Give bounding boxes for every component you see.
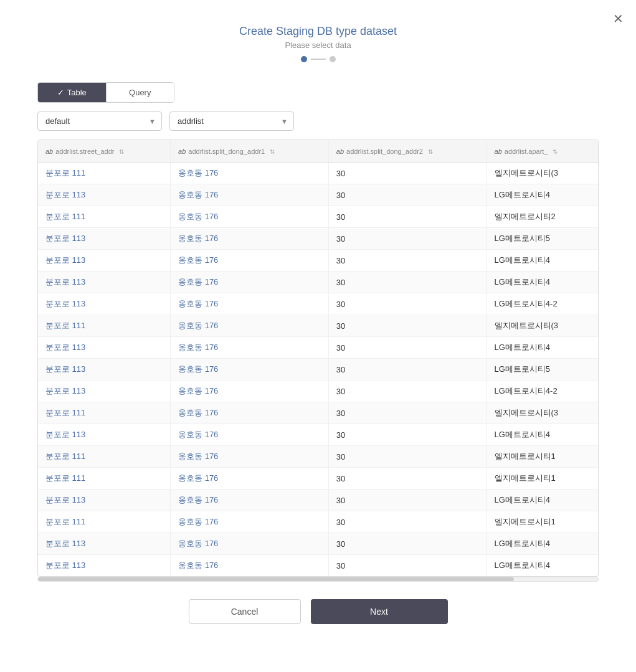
cell-r8-c3: LG메트로시티4 xyxy=(486,337,598,359)
cell-r18-c2: 30 xyxy=(328,555,486,577)
table-row: 분포로 111옹호동 17630엘지메트로시티(3 xyxy=(38,315,598,337)
sort-icon-2[interactable]: ⇅ xyxy=(270,148,275,155)
table-row: 분포로 111옹호동 17630엘지메트로시티1 xyxy=(38,446,598,468)
cell-r4-c1: 옹호동 176 xyxy=(171,250,329,272)
cell-r2-c0: 분포로 111 xyxy=(38,206,171,228)
col-header-3: ab addrlist.split_dong_addr2 ⇅ xyxy=(328,140,486,163)
table-header: ab addrlist.street_addr ⇅ ab addrlist.sp… xyxy=(38,140,598,163)
tab-table-label: Table xyxy=(67,88,87,97)
cell-r9-c3: LG메트로시티5 xyxy=(486,359,598,381)
cell-r7-c0: 분포로 111 xyxy=(38,315,171,337)
cell-r11-c2: 30 xyxy=(328,402,486,424)
sort-icon-3[interactable]: ⇅ xyxy=(428,148,433,155)
footer-buttons: Cancel Next xyxy=(0,582,636,641)
cell-r5-c1: 옹호동 176 xyxy=(171,272,329,293)
table-header-row: ab addrlist.street_addr ⇅ ab addrlist.sp… xyxy=(38,140,598,163)
cell-r4-c0: 분포로 113 xyxy=(38,250,171,272)
table-row: 분포로 113옹호동 17630LG메트로시티4 xyxy=(38,424,598,446)
cell-r17-c0: 분포로 113 xyxy=(38,533,171,555)
cell-r2-c2: 30 xyxy=(328,206,486,228)
cell-r16-c3: 엘지메트로시티1 xyxy=(486,511,598,533)
tab-query[interactable]: Query xyxy=(107,83,174,102)
cell-r17-c2: 30 xyxy=(328,533,486,555)
cell-r12-c0: 분포로 113 xyxy=(38,424,171,446)
tabs-section: ✓ Table Query xyxy=(0,72,636,103)
cell-r6-c1: 옹호동 176 xyxy=(171,293,329,315)
cell-r17-c3: LG메트로시티4 xyxy=(486,533,598,555)
cell-r3-c3: LG메트로시티5 xyxy=(486,228,598,250)
cell-r8-c1: 옹호동 176 xyxy=(171,337,329,359)
table-row: 분포로 113옹호동 17630LG메트로시티5 xyxy=(38,359,598,381)
sort-icon-1[interactable]: ⇅ xyxy=(119,148,124,155)
cell-r15-c3: LG메트로시티4 xyxy=(486,490,598,511)
cell-r12-c3: LG메트로시티4 xyxy=(486,424,598,446)
cell-r0-c1: 옹호동 176 xyxy=(171,163,329,184)
stepper xyxy=(0,56,636,62)
cell-r18-c3: LG메트로시티4 xyxy=(486,555,598,577)
table-row: 분포로 113옹호동 17630LG메트로시티4-2 xyxy=(38,381,598,402)
tab-query-label: Query xyxy=(129,88,151,97)
step-line xyxy=(311,59,326,60)
cell-r6-c3: LG메트로시티4-2 xyxy=(486,293,598,315)
table-row: 분포로 111옹호동 17630엘지메트로시티2 xyxy=(38,206,598,228)
cell-r14-c2: 30 xyxy=(328,468,486,490)
cell-r15-c0: 분포로 113 xyxy=(38,490,171,511)
cell-r1-c0: 분포로 113 xyxy=(38,184,171,206)
table-row: 분포로 113옹호동 17630LG메트로시티4 xyxy=(38,337,598,359)
cell-r10-c2: 30 xyxy=(328,381,486,402)
table-row: 분포로 111옹호동 17630엘지메트로시티1 xyxy=(38,468,598,490)
cell-r8-c0: 분포로 113 xyxy=(38,337,171,359)
cell-r11-c1: 옹호동 176 xyxy=(171,402,329,424)
cell-r2-c1: 옹호동 176 xyxy=(171,206,329,228)
cell-r7-c3: 엘지메트로시티(3 xyxy=(486,315,598,337)
cell-r9-c1: 옹호동 176 xyxy=(171,359,329,381)
col-header-1: ab addrlist.street_addr ⇅ xyxy=(38,140,171,163)
cell-r12-c2: 30 xyxy=(328,424,486,446)
close-button[interactable]: ✕ xyxy=(613,12,624,25)
dialog-header: Create Staging DB type dataset Please se… xyxy=(0,0,636,72)
selectors-row: default ▼ addrlist ▼ xyxy=(0,103,636,140)
table-row: 분포로 113옹호동 17630LG메트로시티4 xyxy=(38,272,598,293)
sort-icon-4[interactable]: ⇅ xyxy=(553,148,558,155)
table-row: 분포로 113옹호동 17630LG메트로시티4 xyxy=(38,490,598,511)
cell-r9-c0: 분포로 113 xyxy=(38,359,171,381)
horizontal-scrollbar[interactable] xyxy=(37,577,599,582)
table-row: 분포로 113옹호동 17630LG메트로시티4-2 xyxy=(38,293,598,315)
table-row: 분포로 113옹호동 17630LG메트로시티4 xyxy=(38,555,598,577)
cell-r17-c1: 옹호동 176 xyxy=(171,533,329,555)
cell-r7-c1: 옹호동 176 xyxy=(171,315,329,337)
col-header-4: ab addrlist.apart_ ⇅ xyxy=(486,140,598,163)
cell-r18-c1: 옹호동 176 xyxy=(171,555,329,577)
table-body: 분포로 111옹호동 17630엘지메트로시티(3분포로 113옹호동 1763… xyxy=(38,163,598,577)
tab-group: ✓ Table Query xyxy=(37,82,174,103)
scrollbar-thumb[interactable] xyxy=(38,577,514,581)
cell-r4-c2: 30 xyxy=(328,250,486,272)
next-button[interactable]: Next xyxy=(311,599,448,624)
cell-r1-c2: 30 xyxy=(328,184,486,206)
cell-r0-c3: 엘지메트로시티(3 xyxy=(486,163,598,184)
cell-r7-c2: 30 xyxy=(328,315,486,337)
data-table: ab addrlist.street_addr ⇅ ab addrlist.sp… xyxy=(38,140,598,576)
cell-r15-c1: 옹호동 176 xyxy=(171,490,329,511)
cell-r16-c1: 옹호동 176 xyxy=(171,511,329,533)
cell-r18-c0: 분포로 113 xyxy=(38,555,171,577)
cell-r3-c1: 옹호동 176 xyxy=(171,228,329,250)
cell-r14-c0: 분포로 111 xyxy=(38,468,171,490)
table-row: 분포로 113옹호동 17630LG메트로시티4 xyxy=(38,533,598,555)
schema-selector[interactable]: default xyxy=(37,111,162,131)
cell-r11-c0: 분포로 111 xyxy=(38,402,171,424)
cell-r1-c3: LG메트로시티4 xyxy=(486,184,598,206)
tab-table[interactable]: ✓ Table xyxy=(38,83,107,102)
cell-r5-c2: 30 xyxy=(328,272,486,293)
col-header-2: ab addrlist.split_dong_addr1 ⇅ xyxy=(171,140,329,163)
dialog-subtitle: Please select data xyxy=(0,40,636,50)
cell-r10-c1: 옹호동 176 xyxy=(171,381,329,402)
table-scroll-area[interactable]: ab addrlist.street_addr ⇅ ab addrlist.sp… xyxy=(38,140,598,576)
cell-r12-c1: 옹호동 176 xyxy=(171,424,329,446)
table-row: 분포로 113옹호동 17630LG메트로시티5 xyxy=(38,228,598,250)
table-selector[interactable]: addrlist xyxy=(169,111,294,131)
cancel-button[interactable]: Cancel xyxy=(189,599,301,624)
data-table-container: ab addrlist.street_addr ⇅ ab addrlist.sp… xyxy=(37,140,599,577)
cell-r16-c0: 분포로 111 xyxy=(38,511,171,533)
cell-r5-c0: 분포로 113 xyxy=(38,272,171,293)
